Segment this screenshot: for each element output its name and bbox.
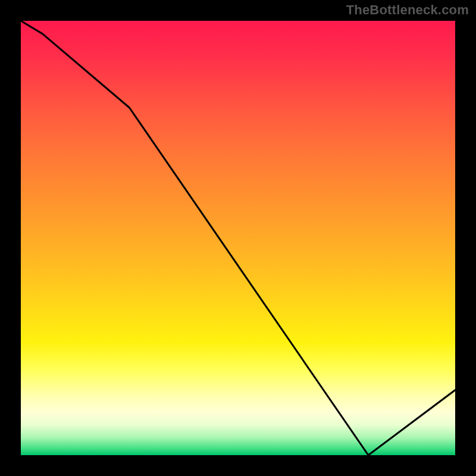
chart-container: TheBottleneck.com: [0, 0, 476, 476]
line-chart-svg: [21, 21, 455, 455]
attribution-text: TheBottleneck.com: [346, 2, 469, 18]
chart-line: [21, 21, 455, 455]
plot-area: [21, 21, 455, 455]
